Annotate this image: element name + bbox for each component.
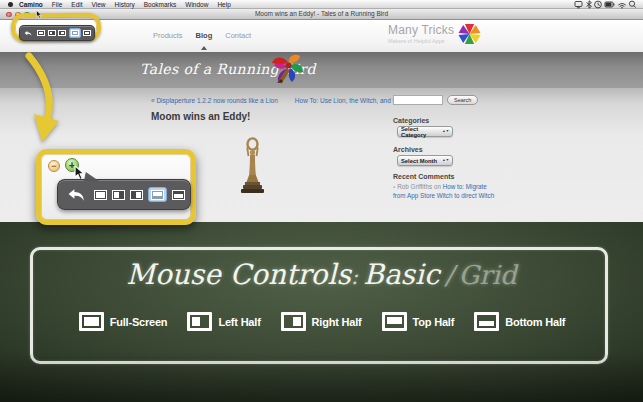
zoomed-window-corner: − + (36, 149, 196, 225)
legend-bottom-half: Bottom Half (474, 312, 565, 331)
menu-bookmarks[interactable]: Bookmarks (144, 0, 177, 9)
chalkboard-legend: Full-Screen Left Half Right Half Top Hal… (33, 312, 611, 331)
title-grid: Grid (459, 260, 517, 290)
legend-left-half: Left Half (187, 312, 260, 331)
moom-palette (57, 179, 191, 210)
site-nav: Products Blog Contact (153, 31, 251, 40)
title-separator: : (351, 264, 358, 289)
top-half-button[interactable] (151, 190, 164, 200)
selected-highlight (148, 187, 167, 202)
blog-banner: Tales of a Running Bird (0, 52, 643, 88)
archives-dropdown[interactable]: Select Month ▲▼ (397, 155, 453, 166)
menu-file[interactable]: File (52, 0, 62, 9)
menu-view[interactable]: View (92, 0, 106, 9)
apple-icon[interactable] (8, 2, 13, 7)
menu-edit[interactable]: Edit (71, 0, 82, 9)
pinwheel-icon (457, 23, 482, 45)
previous-post-link[interactable]: « Displaperture 1.2.2 now rounds like a … (151, 97, 278, 104)
spotlight-icon (629, 1, 635, 8)
clock-icon (595, 1, 602, 8)
nav-products[interactable]: Products (153, 31, 183, 40)
cursor-icon (36, 10, 42, 19)
legend-top-half: Top Half (382, 312, 455, 331)
site-logo[interactable]: Many Tricks Makers of Helpful Apps (388, 23, 488, 44)
dropdown-arrows-icon: ▲▼ (442, 159, 449, 162)
wifi-icon (618, 3, 625, 8)
search-input[interactable] (393, 95, 443, 105)
full-screen-button[interactable] (94, 190, 107, 200)
eddy-award-statue (239, 135, 266, 197)
back-arrow-icon[interactable] (24, 30, 32, 37)
bottom-half-icon (474, 312, 499, 331)
monitor-icon (575, 1, 582, 7)
search-button[interactable]: Search (447, 95, 478, 105)
right-half-icon (281, 312, 306, 331)
title-slash: / (445, 260, 454, 290)
archives-dropdown-label: Select Month (401, 158, 442, 164)
selected-highlight (69, 28, 81, 38)
title-mouse-controls: Mouse Controls (126, 258, 351, 291)
menu-history[interactable]: History (115, 0, 135, 9)
top-half-button[interactable] (71, 30, 79, 36)
categories-dropdown-label: Select Category (401, 126, 442, 138)
bottom-half-button[interactable] (83, 30, 91, 36)
moom-mini-palette (19, 25, 95, 41)
archives-heading: Archives (393, 146, 423, 153)
legend-right-half: Right Half (281, 312, 362, 331)
left-half-button[interactable] (48, 30, 56, 36)
search-row: Search (393, 95, 478, 105)
bullet-icon: ▪ (393, 183, 395, 190)
comment-author: Rob Griffiths (397, 183, 432, 190)
chalkboard-title: Mouse Controls: Basic / Grid (0, 258, 643, 291)
running-bird-icon (268, 54, 306, 86)
recent-comments-heading: Recent Comments (393, 173, 454, 180)
battery-icon (605, 2, 614, 7)
minimize-window-button[interactable]: − (48, 160, 60, 172)
right-half-button[interactable] (130, 190, 143, 200)
menu-camino[interactable]: Camino (19, 0, 43, 9)
back-arrow-icon[interactable] (67, 188, 85, 202)
post-title: Moom wins an Eddy! (151, 111, 250, 122)
full-screen-button[interactable] (37, 30, 45, 36)
categories-heading: Categories (393, 117, 429, 124)
nav-blog[interactable]: Blog (196, 31, 213, 40)
chalkboard-section: Mouse Controls: Basic / Grid Full-Screen… (0, 222, 643, 402)
dropdown-arrows-icon: ▲▼ (442, 130, 449, 133)
menu-bar: Camino File Edit View History Bookmarks … (0, 0, 643, 9)
menu-window[interactable]: Window (185, 0, 208, 9)
title-basic: Basic (363, 258, 439, 291)
comment-item: ▪Rob Griffiths on How to: Migrate from A… (393, 182, 497, 200)
comment-connector: on (434, 183, 441, 190)
full-screen-icon (79, 312, 104, 331)
top-half-icon (382, 312, 407, 331)
nav-contact[interactable]: Contact (225, 31, 251, 40)
screen: Camino File Edit View History Bookmarks … (0, 0, 643, 402)
menu-help[interactable]: Help (217, 0, 230, 9)
menubar-status-icons[interactable] (574, 0, 638, 9)
left-half-button[interactable] (112, 190, 125, 200)
right-half-button[interactable] (58, 30, 66, 36)
left-half-icon (187, 312, 212, 331)
bottom-half-button[interactable] (172, 190, 185, 200)
bluetooth-icon (587, 0, 592, 7)
categories-dropdown[interactable]: Select Category ▲▼ (397, 126, 453, 137)
yellow-arrow (13, 52, 63, 147)
legend-full-screen: Full-Screen (79, 312, 168, 331)
